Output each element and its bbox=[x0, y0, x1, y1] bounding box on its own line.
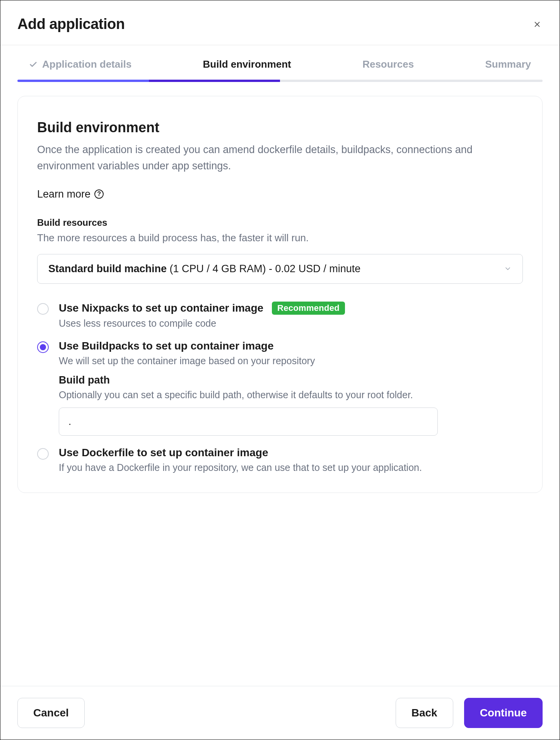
step-label: Summary bbox=[485, 58, 531, 70]
modal-header: Add application bbox=[0, 0, 560, 45]
page-title: Add application bbox=[17, 16, 125, 32]
step-application-details[interactable]: Application details bbox=[29, 58, 131, 70]
learn-more-label: Learn more bbox=[37, 188, 90, 200]
step-label: Application details bbox=[42, 58, 131, 70]
option-description: We will set up the container image based… bbox=[59, 355, 523, 367]
close-button[interactable] bbox=[532, 19, 543, 30]
step-label: Build environment bbox=[203, 58, 291, 70]
step-label: Resources bbox=[362, 58, 414, 70]
option-buildpacks: Use Buildpacks to set up container image… bbox=[37, 340, 523, 436]
option-title: Use Nixpacks to set up container image bbox=[59, 302, 263, 314]
cancel-button[interactable]: Cancel bbox=[17, 698, 85, 728]
build-path-description: Optionally you can set a specific build … bbox=[59, 389, 523, 401]
step-resources[interactable]: Resources bbox=[362, 58, 414, 70]
step-summary[interactable]: Summary bbox=[485, 58, 531, 70]
option-description: If you have a Dockerfile in your reposit… bbox=[59, 462, 523, 473]
build-resources-description: The more resources a build process has, … bbox=[37, 232, 523, 244]
select-value: Standard build machine (1 CPU / 4 GB RAM… bbox=[48, 263, 360, 275]
build-machine-select[interactable]: Standard build machine (1 CPU / 4 GB RAM… bbox=[37, 254, 523, 284]
main-content: Build environment Once the application i… bbox=[0, 82, 560, 686]
form-card: Build environment Once the application i… bbox=[17, 96, 543, 493]
build-path-section: Build path Optionally you can set a spec… bbox=[59, 374, 523, 436]
step-build-environment[interactable]: Build environment bbox=[203, 58, 291, 70]
chevron-down-icon bbox=[504, 265, 512, 273]
stepper: Application details Build environment Re… bbox=[0, 45, 560, 82]
section-description: Once the application is created you can … bbox=[37, 142, 523, 174]
build-path-input[interactable] bbox=[59, 408, 438, 436]
option-title: Use Buildpacks to set up container image bbox=[59, 340, 273, 352]
modal-footer: Cancel Back Continue bbox=[0, 686, 560, 740]
section-title: Build environment bbox=[37, 119, 523, 136]
radio-buildpacks[interactable] bbox=[37, 341, 49, 353]
build-path-title: Build path bbox=[59, 374, 523, 386]
check-icon bbox=[29, 60, 38, 69]
option-dockerfile: Use Dockerfile to set up container image… bbox=[37, 447, 523, 473]
help-icon: ? bbox=[94, 189, 104, 199]
radio-nixpacks[interactable] bbox=[37, 303, 49, 315]
option-description: Uses less resources to compile code bbox=[59, 318, 523, 329]
build-resources-title: Build resources bbox=[37, 217, 523, 228]
learn-more-link[interactable]: Learn more ? bbox=[37, 188, 523, 200]
recommended-badge: Recommended bbox=[272, 302, 345, 315]
radio-dockerfile[interactable] bbox=[37, 448, 49, 460]
close-icon bbox=[533, 20, 541, 29]
container-image-options: Use Nixpacks to set up container image R… bbox=[37, 302, 523, 473]
back-button[interactable]: Back bbox=[396, 698, 453, 728]
option-nixpacks: Use Nixpacks to set up container image R… bbox=[37, 302, 523, 329]
continue-button[interactable]: Continue bbox=[464, 698, 543, 728]
option-title: Use Dockerfile to set up container image bbox=[59, 447, 268, 459]
